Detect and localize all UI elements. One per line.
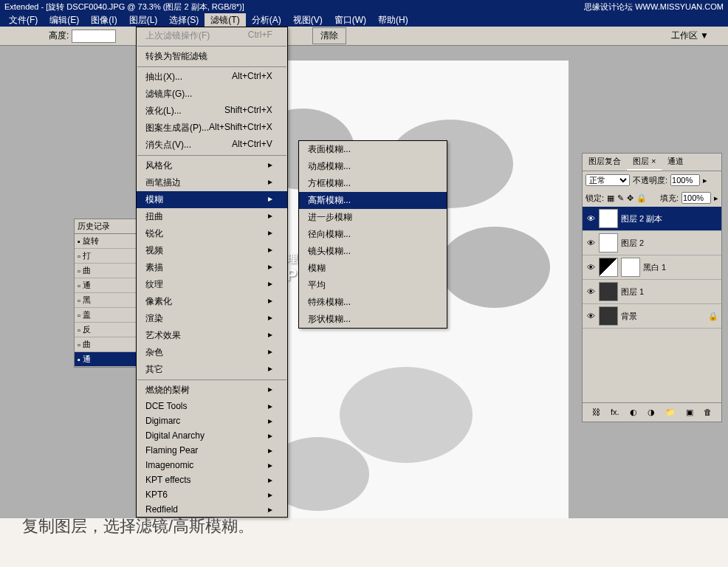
menu-video[interactable]: 视频▸ (137, 242, 287, 259)
menu-brush[interactable]: 画笔描边▸ (137, 174, 287, 191)
blend-mode-select[interactable]: 正常 (586, 174, 630, 186)
menu-smart-filter[interactable]: 转换为智能滤镜 (137, 48, 287, 65)
history-item[interactable]: ▪通 (75, 352, 140, 367)
menu-pattern[interactable]: 图案生成器(P)...Alt+Shift+Ctrl+X (137, 120, 287, 137)
menu-stylize[interactable]: 风格化▸ (137, 157, 287, 174)
menu-shape-blur[interactable]: 形状模糊... (299, 311, 447, 328)
menu-plugin[interactable]: KPT effects▸ (137, 472, 287, 487)
menu-bar: 文件(F) 编辑(E) 图像(I) 图层(L) 选择(S) 滤镜(T) 分析(A… (0, 13, 728, 27)
menu-extract[interactable]: 抽出(X)...Alt+Ctrl+X (137, 69, 287, 86)
layers-panel: 图层复合 图层 × 通道 正常 不透明度: ▸ 锁定: ▦ ✎ ✥ 🔒 填充: … (582, 153, 722, 422)
folder-icon[interactable]: 📁 (665, 408, 676, 417)
menu-distort[interactable]: 扭曲▸ (137, 208, 287, 225)
caption: 复制图层，选择滤镜/高斯模糊。 (22, 515, 254, 537)
history-item[interactable]: ▫打 (75, 249, 140, 264)
visibility-icon[interactable]: 👁 (586, 263, 596, 272)
menu-file[interactable]: 文件(F) (3, 13, 44, 27)
visibility-icon[interactable]: 👁 (586, 214, 596, 223)
adjustment-icon[interactable]: ◑ (648, 408, 655, 417)
menu-plugin[interactable]: KPT6▸ (137, 487, 287, 502)
history-item[interactable]: ▪旋转 (75, 234, 140, 249)
tab-layer-comp[interactable]: 图层复合 (583, 154, 627, 171)
workspace-dropdown[interactable]: 工作区 ▼ (671, 30, 709, 42)
menu-texture[interactable]: 纹理▸ (137, 276, 287, 293)
menu-surface-blur[interactable]: 表面模糊... (299, 141, 447, 158)
tab-channels[interactable]: 通道 (662, 154, 690, 171)
menu-window[interactable]: 窗口(W) (329, 13, 372, 27)
visibility-icon[interactable]: 👁 (586, 238, 596, 247)
layer-name: 图层 2 副本 (621, 213, 662, 224)
history-item[interactable]: ▫黑 (75, 293, 140, 308)
trash-icon[interactable]: 🗑 (704, 408, 712, 417)
history-item[interactable]: ▫曲 (75, 264, 140, 278)
fill-input[interactable] (681, 192, 711, 204)
menu-other[interactable]: 其它▸ (137, 361, 287, 378)
menu-sharpen[interactable]: 锐化▸ (137, 225, 287, 242)
history-item[interactable]: ▫通 (75, 278, 140, 293)
visibility-icon[interactable]: 👁 (586, 312, 596, 320)
link-icon[interactable]: ⛓ (592, 408, 600, 417)
menu-plugin[interactable]: Imagenomic▸ (137, 458, 287, 472)
lock-brush-icon[interactable]: ✎ (617, 193, 624, 203)
chevron-icon[interactable]: ▸ (714, 193, 718, 203)
chevron-icon[interactable]: ▸ (703, 176, 707, 185)
menu-box-blur[interactable]: 方框模糊... (299, 175, 447, 192)
menu-plugin[interactable]: DCE Tools▸ (137, 399, 287, 413)
menu-render[interactable]: 渲染▸ (137, 310, 287, 327)
menu-sketch[interactable]: 素描▸ (137, 259, 287, 276)
menu-blur[interactable]: 模糊▸ (137, 191, 287, 208)
mask-icon[interactable]: ◐ (630, 408, 637, 417)
history-item[interactable]: ▫曲 (75, 337, 140, 352)
visibility-icon[interactable]: 👁 (586, 287, 596, 296)
layer-row[interactable]: 👁 图层 1 (583, 280, 721, 304)
menu-motion-blur[interactable]: 动感模糊... (299, 158, 447, 175)
lock-all-icon[interactable]: 🔒 (636, 193, 647, 203)
menu-blur-basic[interactable]: 模糊 (299, 260, 447, 277)
lock-transparency-icon[interactable]: ▦ (607, 193, 614, 203)
layer-row[interactable]: 👁 图层 2 副本 (583, 207, 721, 231)
layer-name: 背景 (621, 311, 637, 322)
history-tab[interactable]: 历史记录 (75, 219, 140, 234)
tab-layers[interactable]: 图层 × (627, 154, 662, 171)
lock-move-icon[interactable]: ✥ (627, 193, 633, 203)
menu-special-blur[interactable]: 特殊模糊... (299, 294, 447, 311)
menu-radial-blur[interactable]: 径向模糊... (299, 226, 447, 243)
title-right: 思缘设计论坛 WWW.MISSYUAN.COM (584, 1, 724, 12)
menu-liquify[interactable]: 液化(L)...Shift+Ctrl+X (137, 103, 287, 120)
menu-view[interactable]: 视图(V) (287, 13, 329, 27)
menu-vanish[interactable]: 消失点(V)...Alt+Ctrl+V (137, 137, 287, 154)
layer-row[interactable]: 👁 背景 🔒 (583, 304, 721, 329)
clear-button[interactable]: 清除 (312, 27, 346, 44)
menu-noise[interactable]: 杂色▸ (137, 344, 287, 361)
layer-row[interactable]: 👁 图层 2 (583, 231, 721, 255)
menu-plugin[interactable]: 燃烧的梨树▸ (137, 382, 287, 399)
layer-name: 图层 1 (621, 286, 644, 298)
menu-gaussian-blur[interactable]: 高斯模糊... (299, 192, 447, 209)
new-layer-icon[interactable]: ▣ (686, 408, 693, 417)
menu-average[interactable]: 平均 (299, 277, 447, 294)
menu-plugin[interactable]: Digimarc▸ (137, 413, 287, 428)
menu-filter[interactable]: 滤镜(T) (205, 13, 245, 27)
menu-pixelate[interactable]: 像素化▸ (137, 293, 287, 310)
menu-select[interactable]: 选择(S) (163, 13, 205, 27)
menu-further-blur[interactable]: 进一步模糊 (299, 209, 447, 226)
menu-layer[interactable]: 图层(L) (123, 13, 164, 27)
layer-row[interactable]: 👁 黑白 1 (583, 255, 721, 280)
menu-help[interactable]: 帮助(H) (372, 13, 414, 27)
menu-analysis[interactable]: 分析(A) (246, 13, 287, 27)
history-item[interactable]: ▫盖 (75, 308, 140, 323)
menu-lens-blur[interactable]: 镜头模糊... (299, 243, 447, 260)
fx-icon[interactable]: fx. (611, 408, 619, 417)
history-item[interactable]: ▫反 (75, 323, 140, 337)
menu-gallery[interactable]: 滤镜库(G)... (137, 86, 287, 103)
opacity-input[interactable] (670, 174, 700, 186)
menu-artistic[interactable]: 艺术效果▸ (137, 327, 287, 344)
menu-plugin[interactable]: Digital Anarchy▸ (137, 428, 287, 443)
height-input[interactable] (72, 30, 116, 43)
menu-image[interactable]: 图像(I) (85, 13, 123, 27)
menu-edit[interactable]: 编辑(E) (44, 13, 85, 27)
menu-plugin[interactable]: Flaming Pear▸ (137, 443, 287, 458)
height-label: 高度: (49, 30, 69, 42)
menu-plugin[interactable]: Redfield▸ (137, 502, 287, 517)
layer-thumbnail (599, 233, 618, 252)
